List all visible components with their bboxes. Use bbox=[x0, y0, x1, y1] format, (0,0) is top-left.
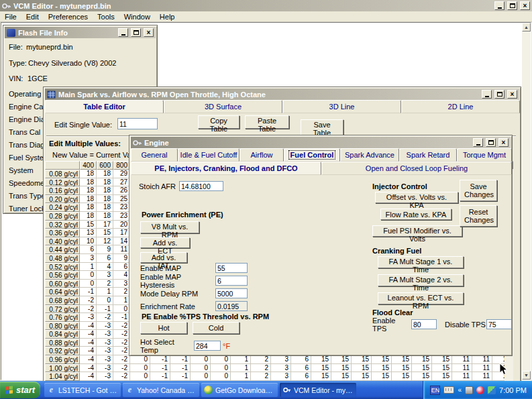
field-input-enable-map[interactable] bbox=[215, 263, 248, 273]
taskbar-task-vcm-editor-mytune[interactable]: VCM Editor - mytune... bbox=[280, 383, 356, 397]
table-cell[interactable]: 18 bbox=[80, 186, 97, 195]
tab-3d-line[interactable]: 3D Line bbox=[282, 100, 401, 113]
table-cell[interactable]: 15 bbox=[352, 364, 372, 373]
table-cell[interactable]: 2 bbox=[251, 372, 271, 381]
disable-tps-input[interactable] bbox=[486, 319, 512, 329]
table-cell[interactable]: 18 bbox=[97, 186, 113, 195]
field-input-enable-map-hysteresis[interactable] bbox=[215, 276, 248, 286]
minimize-button[interactable] bbox=[494, 1, 504, 10]
table-cell[interactable]: 0 bbox=[80, 271, 97, 280]
tray-expand-chevron[interactable]: « bbox=[458, 386, 462, 394]
copy-table-button[interactable]: Copy Table bbox=[198, 115, 240, 129]
table-cell[interactable]: 6 bbox=[291, 355, 311, 364]
minimize-button[interactable] bbox=[118, 28, 128, 37]
table-cell[interactable]: 13 bbox=[80, 229, 97, 237]
table-cell[interactable]: 11 bbox=[452, 372, 472, 381]
table-cell[interactable]: 20 bbox=[113, 221, 130, 229]
table-cell[interactable]: -3 bbox=[80, 313, 97, 322]
table-cell[interactable]: 3 bbox=[271, 364, 291, 373]
table-cell[interactable]: 15 bbox=[392, 364, 412, 373]
table-cell[interactable]: -4 bbox=[80, 355, 97, 364]
table-cell[interactable]: 11 bbox=[472, 364, 492, 373]
menu-item-help[interactable]: Help bbox=[155, 12, 180, 21]
stoich-afr-input[interactable] bbox=[179, 181, 223, 191]
table-cell[interactable]: 0 bbox=[80, 280, 97, 288]
table-cell[interactable]: 10 bbox=[80, 237, 97, 246]
table-cell[interactable]: 11 bbox=[113, 245, 130, 254]
table-cell[interactable]: 18 bbox=[97, 170, 113, 178]
table-cell[interactable]: 29 bbox=[113, 170, 130, 178]
table-cell[interactable]: 9 bbox=[113, 254, 130, 263]
table-cell[interactable]: 15 bbox=[311, 372, 331, 381]
table-cell[interactable]: 2 bbox=[113, 288, 130, 296]
menu-item-preferences[interactable]: Preferences bbox=[44, 12, 93, 21]
minimize-button[interactable] bbox=[473, 138, 483, 147]
table-cell[interactable]: -1 bbox=[150, 355, 170, 364]
table-cell[interactable]: -2 bbox=[97, 313, 113, 322]
table-cell[interactable]: 3 bbox=[271, 372, 291, 381]
paste-table-button[interactable]: Paste Table bbox=[245, 115, 289, 129]
table-cell[interactable]: -2 bbox=[113, 372, 130, 381]
table-cell[interactable]: -4 bbox=[80, 339, 97, 347]
restore-button[interactable] bbox=[507, 1, 517, 10]
hot-button[interactable]: Hot bbox=[140, 322, 187, 334]
table-cell[interactable]: 23 bbox=[113, 212, 130, 221]
table-cell[interactable]: 2 bbox=[251, 355, 271, 364]
table-cell[interactable]: -1 bbox=[170, 355, 191, 364]
table-cell[interactable]: 4 bbox=[97, 263, 113, 272]
button-v8-mult-vs-rpm[interactable]: V8 Mult vs. RPM bbox=[140, 221, 199, 233]
table-cell[interactable]: -3 bbox=[97, 355, 113, 364]
table-cell[interactable]: 1 bbox=[97, 288, 113, 296]
table-cell[interactable]: -4 bbox=[80, 330, 97, 339]
table-cell[interactable]: 15 bbox=[331, 372, 352, 381]
table-cell[interactable]: 11 bbox=[472, 372, 492, 381]
taskbar-task-yahoo-canada-mic[interactable]: eYahoo! Canada - Mic... bbox=[123, 383, 199, 397]
table-cell[interactable]: -1 bbox=[170, 372, 191, 381]
table-cell[interactable]: 0 bbox=[130, 355, 150, 364]
table-cell[interactable]: 15 bbox=[372, 355, 392, 364]
table-cell[interactable]: -4 bbox=[80, 364, 97, 373]
table-cell[interactable]: 11 bbox=[472, 355, 492, 364]
table-cell[interactable]: 15 bbox=[352, 372, 372, 381]
cold-button[interactable]: Cold bbox=[193, 322, 240, 334]
table-cell[interactable]: 2 bbox=[251, 364, 271, 373]
table-cell[interactable]: 18 bbox=[80, 170, 97, 178]
edit-single-value-input[interactable] bbox=[117, 118, 158, 129]
table-cell[interactable]: -1 bbox=[97, 305, 113, 314]
close-button[interactable]: × bbox=[507, 90, 517, 99]
table-cell[interactable]: 15 bbox=[311, 364, 331, 373]
table-cell[interactable]: 15 bbox=[372, 364, 392, 373]
language-indicator[interactable]: EN bbox=[430, 386, 440, 395]
tab-fuel-control[interactable]: Fuel Control bbox=[284, 148, 340, 162]
enable-tps-input[interactable] bbox=[411, 319, 437, 329]
table-cell[interactable]: 18 bbox=[80, 178, 97, 187]
button-flow-rate-vs-kpa[interactable]: Flow Rate vs. KPA bbox=[380, 209, 451, 220]
table-cell[interactable]: 15 bbox=[412, 355, 432, 364]
table-cell[interactable]: -3 bbox=[97, 339, 113, 347]
table-cell[interactable]: 0 bbox=[191, 355, 211, 364]
field-input-enrichment-rate[interactable] bbox=[215, 301, 248, 311]
menu-item-tools[interactable]: Tools bbox=[93, 12, 119, 21]
subtab-pe-injectors-cranking-flood-and-dfco[interactable]: PE, Injectors, Cranking, Flood and DFCO bbox=[131, 162, 321, 175]
table-cell[interactable]: 18 bbox=[80, 203, 97, 212]
table-cell[interactable]: 15 bbox=[432, 355, 452, 364]
table-cell[interactable]: 23 bbox=[113, 203, 130, 212]
table-cell[interactable]: 18 bbox=[97, 212, 113, 221]
tab-spark-advance[interactable]: Spark Advance bbox=[340, 148, 399, 162]
table-cell[interactable]: 18 bbox=[80, 212, 97, 221]
tab-spark-retard[interactable]: Spark Retard bbox=[399, 148, 457, 162]
scrollbar-down-button[interactable]: ▼ bbox=[522, 371, 531, 380]
table-cell[interactable]: -2 bbox=[113, 339, 130, 347]
tab-airflow[interactable]: Airflow bbox=[240, 148, 284, 162]
table-cell[interactable]: 15 bbox=[97, 229, 113, 237]
table-cell[interactable]: 1 bbox=[231, 372, 251, 381]
taskbar-task-getgo-download-ma[interactable]: GetGo Download Ma... bbox=[201, 383, 278, 397]
table-cell[interactable]: -3 bbox=[97, 330, 113, 339]
reset-changes-button[interactable]: Reset Changes bbox=[460, 205, 497, 227]
table-cell[interactable]: 9 bbox=[97, 245, 113, 254]
taskbar-task-ls1tech-got-my-h[interactable]: eLS1TECH - Got my H... bbox=[44, 383, 121, 397]
table-cell[interactable]: 15 bbox=[432, 372, 452, 381]
keyboard-icon[interactable] bbox=[443, 386, 454, 394]
start-button[interactable]: start bbox=[0, 382, 40, 398]
table-cell[interactable]: -1 bbox=[150, 372, 170, 381]
